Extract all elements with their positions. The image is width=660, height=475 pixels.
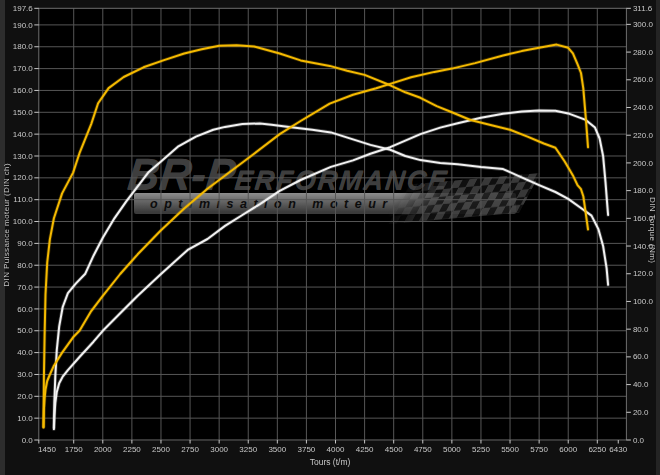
power-tick-label: 100.0 [13, 217, 34, 226]
torque-tick-label: 20.0 [633, 408, 649, 417]
rpm-tick-label: 4250 [356, 445, 374, 454]
rpm-tick-label: 5000 [443, 445, 461, 454]
curve-tuned-power [44, 45, 589, 427]
power-tick-label: 180.0 [13, 42, 34, 51]
power-tick-label: 0.0 [22, 436, 34, 445]
power-tick-label: 110.0 [13, 195, 33, 204]
rpm-axis-title: Tours (t/m) [0, 457, 660, 467]
rpm-tick-label: 4500 [385, 445, 403, 454]
rpm-tick-label: 5500 [501, 445, 519, 454]
rpm-tick-label: 3250 [239, 445, 257, 454]
power-tick-label: 50.0 [17, 326, 33, 335]
power-tick-label: 170.0 [13, 64, 34, 73]
rpm-tick-label: 6000 [559, 445, 577, 454]
torque-tick-label: 40.0 [633, 380, 649, 389]
rpm-tick-label: 3500 [268, 445, 286, 454]
rpm-tick-label: 1750 [65, 445, 83, 454]
power-tick-label: 160.0 [13, 86, 34, 95]
power-tick-label: 190.0 [13, 21, 34, 30]
power-tick-label: 20.0 [17, 392, 33, 401]
power-tick-label: 120.0 [13, 173, 34, 182]
rpm-tick-label: 3750 [298, 445, 316, 454]
torque-axis-title: DIN Torque (Nm) [648, 0, 657, 460]
rpm-tick-label: 2250 [123, 445, 141, 454]
power-axis-title: DIN Puissance moteur (DIN ch) [2, 0, 11, 450]
power-tick-label: 40.0 [17, 348, 33, 357]
power-tick-label: 150.0 [13, 108, 34, 117]
dyno-chart: BR-PERFORMANCE optimisation moteur 0.010… [0, 0, 660, 475]
rpm-tick-label: 5250 [472, 445, 490, 454]
curve-glow-tuned-power [44, 45, 589, 427]
power-tick-label: 10.0 [17, 414, 33, 423]
rpm-tick-label: 4750 [414, 445, 432, 454]
power-tick-label: 90.0 [17, 239, 33, 248]
power-tick-label: 130.0 [13, 152, 34, 161]
rpm-tick-label: 6430 [609, 445, 627, 454]
chart-canvas: 0.010.020.030.040.050.060.070.080.090.01… [0, 0, 660, 475]
curve-glow-stock-power [54, 111, 608, 430]
curve-stock-torque [54, 123, 608, 427]
rpm-tick-label: 5750 [530, 445, 548, 454]
torque-tick-label: 80.0 [633, 325, 649, 334]
rpm-tick-label: 2750 [181, 445, 199, 454]
rpm-tick-label: 2000 [94, 445, 112, 454]
curve-glow-tuned-torque [44, 45, 589, 427]
power-tick-label: 60.0 [17, 305, 33, 314]
plot-border [39, 8, 627, 440]
power-tick-label: 30.0 [17, 370, 33, 379]
power-tick-label: 197.6 [13, 4, 34, 13]
rpm-tick-label: 1450 [38, 445, 56, 454]
curve-tuned-torque [44, 45, 589, 427]
rpm-tick-label: 3000 [210, 445, 228, 454]
rpm-tick-label: 4000 [327, 445, 345, 454]
power-tick-label: 80.0 [17, 261, 33, 270]
torque-tick-label: 60.0 [633, 352, 649, 361]
power-tick-label: 140.0 [13, 130, 34, 139]
rpm-tick-label: 2500 [152, 445, 170, 454]
curve-glow-stock-torque [54, 123, 608, 427]
rpm-tick-label: 6250 [588, 445, 606, 454]
curve-stock-power [54, 111, 608, 430]
power-tick-label: 70.0 [17, 283, 33, 292]
torque-tick-label: 0.0 [633, 436, 645, 445]
